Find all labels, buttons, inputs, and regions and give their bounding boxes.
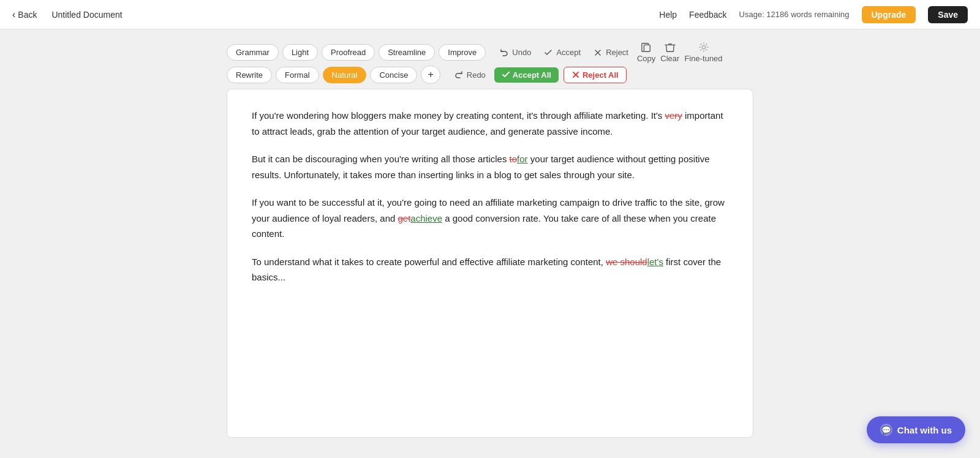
chat-icon: 💬 xyxy=(880,424,892,436)
clear-button[interactable]: Clear xyxy=(660,42,679,63)
copy-button[interactable]: Copy xyxy=(637,42,655,63)
accept-icon xyxy=(543,48,553,58)
svg-rect-2 xyxy=(644,45,650,51)
editor-box[interactable]: If you're wondering how bloggers make mo… xyxy=(227,89,753,438)
paragraph-2: But it can be discouraging when you're w… xyxy=(252,151,728,182)
reject-all-button[interactable]: Reject All xyxy=(564,67,627,83)
accept-all-button[interactable]: Accept All xyxy=(494,67,559,83)
main-content: Grammar Light Proofread Streamline Impro… xyxy=(0,29,980,458)
chat-label: Chat with us xyxy=(897,425,952,435)
undo-redo-group: Undo Accept Reject xyxy=(496,42,722,63)
formal-button[interactable]: Formal xyxy=(276,67,318,83)
back-label: Back xyxy=(18,10,37,20)
toolbar-row-1: Grammar Light Proofread Streamline Impro… xyxy=(227,42,753,63)
concise-button[interactable]: Concise xyxy=(370,67,417,83)
upgrade-button[interactable]: Upgrade xyxy=(862,6,916,23)
accept-all-icon xyxy=(502,70,510,79)
redo-icon xyxy=(454,70,464,80)
para3-ins: achieve xyxy=(410,213,442,223)
copy-icon xyxy=(641,42,652,53)
para2-ins: for xyxy=(517,154,528,164)
toolbar: Grammar Light Proofread Streamline Impro… xyxy=(227,42,753,84)
paragraph-4: To understand what it takes to create po… xyxy=(252,254,728,285)
undo-icon xyxy=(499,48,509,58)
feedback-link[interactable]: Feedback xyxy=(689,10,726,20)
clear-icon xyxy=(665,42,676,53)
para2-before: But it can be discouraging when you're w… xyxy=(252,154,510,164)
save-button[interactable]: Save xyxy=(928,6,968,23)
para4-del: we should xyxy=(606,257,647,267)
back-arrow-icon: ‹ xyxy=(12,9,15,20)
para3-del: get xyxy=(398,213,410,223)
redo-label: Redo xyxy=(467,70,486,80)
proofread-button[interactable]: Proofread xyxy=(322,44,375,61)
help-link[interactable]: Help xyxy=(659,10,677,20)
para1-del: very xyxy=(665,110,682,121)
toolbar-row-2: Rewrite Formal Natural Concise + Redo xyxy=(227,66,753,84)
grammar-button[interactable]: Grammar xyxy=(227,44,279,61)
doc-title: Untitled Document xyxy=(51,10,122,20)
improve-button[interactable]: Improve xyxy=(439,44,486,61)
natural-button[interactable]: Natural xyxy=(323,67,367,83)
svg-point-4 xyxy=(702,45,705,48)
undo-label: Undo xyxy=(512,48,531,57)
navbar-right: Help Feedback Usage: 12186 words remaini… xyxy=(659,6,968,23)
accept-reject-group: Redo Accept All Reject All xyxy=(450,67,627,83)
para2-del: to xyxy=(510,154,518,164)
plus-button[interactable]: + xyxy=(421,66,440,84)
usage-text: Usage: 12186 words remaining xyxy=(739,10,850,19)
para4-ins: let's xyxy=(647,257,663,267)
accept-button[interactable]: Accept xyxy=(540,45,584,60)
para4-before: To understand what it takes to create po… xyxy=(252,257,606,267)
editor-wrapper: Grammar Light Proofread Streamline Impro… xyxy=(227,42,753,446)
reject-all-icon xyxy=(571,70,580,79)
streamline-button[interactable]: Streamline xyxy=(379,44,435,61)
fine-tuned-icon xyxy=(698,42,709,53)
redo-button[interactable]: Redo xyxy=(450,67,489,82)
reject-label: Reject xyxy=(606,48,628,57)
copy-label: Copy xyxy=(637,54,655,63)
paragraph-1: If you're wondering how bloggers make mo… xyxy=(252,108,728,139)
reject-all-label: Reject All xyxy=(582,70,619,80)
reject-button[interactable]: Reject xyxy=(589,45,632,60)
navbar: ‹ Back Untitled Document Help Feedback U… xyxy=(0,0,980,29)
accept-all-label: Accept All xyxy=(513,70,551,80)
chat-button[interactable]: 💬 Chat with us xyxy=(867,416,965,443)
rewrite-button[interactable]: Rewrite xyxy=(227,67,272,83)
paragraph-3: If you want to be successful at it, you'… xyxy=(252,195,728,242)
clear-label: Clear xyxy=(660,54,679,63)
undo-button[interactable]: Undo xyxy=(496,45,535,60)
fine-tuned-button[interactable]: Fine-tuned xyxy=(684,42,722,63)
fine-tuned-label: Fine-tuned xyxy=(684,54,722,63)
accept-label: Accept xyxy=(556,48,581,57)
back-button[interactable]: ‹ Back xyxy=(12,9,37,20)
para1-before: If you're wondering how bloggers make mo… xyxy=(252,110,665,121)
reject-icon xyxy=(593,48,603,58)
light-button[interactable]: Light xyxy=(282,44,318,61)
